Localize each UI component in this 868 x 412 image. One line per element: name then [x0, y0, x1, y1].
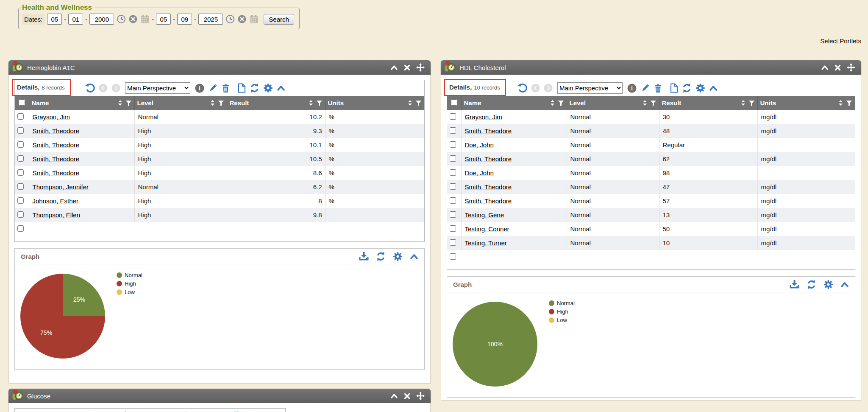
edit-pencil-icon[interactable]: [640, 84, 650, 93]
edit-pencil-icon[interactable]: [208, 84, 217, 93]
row-checkbox[interactable]: [17, 155, 24, 162]
patient-name-link[interactable]: Johnson, Esther: [33, 197, 78, 205]
move-portlet-icon[interactable]: [847, 63, 855, 72]
select-all-checkbox[interactable]: [19, 99, 25, 106]
clear-date-icon[interactable]: [237, 14, 247, 24]
settings-gear-icon[interactable]: [263, 83, 273, 93]
to-year-input[interactable]: [198, 14, 223, 25]
info-icon[interactable]: i: [195, 84, 204, 93]
filter-icon[interactable]: [218, 100, 224, 106]
row-checkbox[interactable]: [450, 211, 456, 218]
filter-icon[interactable]: [846, 100, 852, 106]
sort-icon[interactable]: [308, 100, 314, 106]
delete-trash-icon[interactable]: [221, 84, 230, 93]
row-checkbox[interactable]: [450, 169, 456, 176]
collapse-graph-icon[interactable]: [840, 281, 849, 288]
search-button[interactable]: Search: [264, 14, 294, 25]
filter-icon[interactable]: [316, 100, 323, 106]
row-checkbox[interactable]: [450, 225, 456, 232]
patient-name-link[interactable]: Smith, Theodore: [465, 183, 512, 191]
clock-icon[interactable]: [117, 14, 126, 24]
patient-name-link[interactable]: Smith, Theodore: [33, 127, 80, 135]
collapse-portlet-icon[interactable]: [821, 64, 829, 70]
filter-icon[interactable]: [650, 100, 657, 106]
patient-name-link[interactable]: Thompson, Ellen: [33, 211, 81, 219]
download-icon[interactable]: [790, 280, 799, 289]
sort-icon[interactable]: [838, 100, 843, 106]
patient-name-link[interactable]: Doe, John: [465, 169, 494, 177]
undo-icon[interactable]: [517, 83, 527, 93]
from-month-input[interactable]: [47, 14, 62, 25]
row-checkbox[interactable]: [450, 155, 456, 162]
perspective-select[interactable]: Main Perspective: [557, 82, 623, 94]
patient-name-link[interactable]: Testing, Conner: [465, 225, 509, 233]
row-checkbox[interactable]: [450, 113, 456, 120]
select-portlets-link[interactable]: Select Portlets: [820, 37, 861, 45]
collapse-details-icon[interactable]: [277, 85, 285, 91]
patient-name-link[interactable]: Testing, Gene: [465, 211, 504, 219]
close-portlet-icon[interactable]: [404, 64, 410, 71]
row-checkbox[interactable]: [17, 127, 24, 134]
delete-trash-icon[interactable]: [654, 84, 662, 93]
sort-icon[interactable]: [117, 100, 123, 106]
from-day-input[interactable]: [68, 14, 83, 25]
row-checkbox[interactable]: [17, 169, 24, 176]
settings-gear-icon[interactable]: [696, 83, 705, 93]
row-checkbox[interactable]: [17, 211, 24, 218]
info-icon[interactable]: i: [627, 84, 637, 93]
patient-name-link[interactable]: Smith, Theodore: [33, 169, 80, 177]
filter-icon[interactable]: [748, 100, 755, 106]
select-all-checkbox[interactable]: [451, 99, 457, 106]
row-checkbox[interactable]: [17, 113, 24, 120]
patient-name-link[interactable]: Doe, John: [465, 141, 494, 149]
patient-name-link[interactable]: Grayson, Jim: [33, 113, 70, 121]
collapse-portlet-icon[interactable]: [390, 393, 398, 399]
perspective-select[interactable]: Main Perspective: [125, 82, 190, 94]
row-checkbox[interactable]: [450, 239, 456, 246]
collapse-details-icon[interactable]: [709, 85, 718, 91]
row-checkbox[interactable]: [17, 183, 24, 190]
patient-name-link[interactable]: Grayson, Jim: [465, 113, 502, 121]
row-checkbox[interactable]: [450, 127, 456, 134]
row-checkbox[interactable]: [17, 197, 24, 204]
row-checkbox[interactable]: [450, 197, 456, 204]
to-month-input[interactable]: [156, 14, 171, 25]
patient-name-link[interactable]: Smith, Theodore: [465, 155, 512, 163]
close-portlet-icon[interactable]: [404, 393, 410, 399]
new-page-icon[interactable]: [238, 83, 246, 93]
filter-icon[interactable]: [125, 100, 132, 106]
settings-gear-icon[interactable]: [823, 280, 833, 289]
to-day-input[interactable]: [177, 14, 192, 25]
row-checkbox[interactable]: [17, 225, 24, 232]
patient-name-link[interactable]: Smith, Theodore: [33, 155, 80, 163]
download-icon[interactable]: [359, 252, 369, 261]
row-checkbox[interactable]: [450, 183, 456, 190]
clear-date-icon[interactable]: [128, 14, 138, 24]
patient-name-link[interactable]: Thompson, Jennifer: [33, 183, 89, 191]
filter-icon[interactable]: [558, 100, 564, 106]
sort-icon[interactable]: [642, 100, 648, 106]
filter-icon[interactable]: [415, 100, 422, 106]
collapse-graph-icon[interactable]: [410, 253, 418, 260]
refresh-icon[interactable]: [807, 280, 816, 289]
sort-icon[interactable]: [740, 100, 746, 106]
from-year-input[interactable]: [89, 14, 114, 25]
patient-name-link[interactable]: Testing, Turner: [465, 239, 507, 247]
patient-name-link[interactable]: Smith, Theodore: [465, 197, 512, 205]
calendar-icon[interactable]: [140, 14, 150, 24]
new-page-icon[interactable]: [670, 83, 678, 93]
row-checkbox[interactable]: [17, 141, 24, 148]
clock-icon[interactable]: [225, 14, 235, 24]
row-checkbox[interactable]: [450, 141, 456, 148]
refresh-icon[interactable]: [250, 83, 259, 93]
move-portlet-icon[interactable]: [416, 63, 425, 72]
calendar-icon[interactable]: [249, 14, 259, 24]
sort-icon[interactable]: [550, 100, 555, 106]
row-checkbox[interactable]: [450, 253, 456, 260]
refresh-icon[interactable]: [376, 252, 386, 261]
sort-icon[interactable]: [210, 100, 215, 106]
refresh-icon[interactable]: [682, 83, 692, 93]
sort-icon[interactable]: [407, 100, 413, 106]
settings-gear-icon[interactable]: [393, 252, 403, 261]
collapse-portlet-icon[interactable]: [390, 64, 398, 70]
